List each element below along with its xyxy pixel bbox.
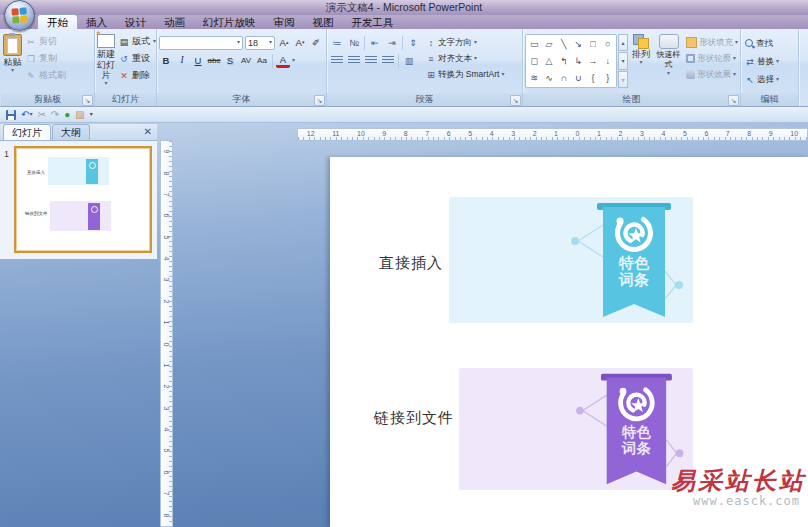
arrange-button[interactable]: 排列 ▾ bbox=[629, 31, 653, 93]
thumb-item-label: 直接插入 bbox=[27, 169, 45, 174]
shape-item[interactable]: } bbox=[600, 70, 615, 86]
save-button[interactable] bbox=[6, 108, 16, 121]
format-painter-button[interactable]: ✎ 格式刷 bbox=[24, 68, 68, 83]
slide-thumbnail[interactable]: 直接插入 链接到文件 bbox=[14, 146, 152, 253]
shape-item[interactable]: ↳ bbox=[571, 53, 586, 69]
character-spacing-button[interactable]: AV bbox=[239, 53, 253, 68]
align-right-button[interactable] bbox=[363, 53, 379, 68]
save-icon bbox=[6, 110, 16, 120]
italic-button[interactable]: I bbox=[175, 53, 189, 68]
shape-item[interactable]: ∿ bbox=[542, 70, 557, 86]
promo-image-link-to-file[interactable]: 特色 词条 bbox=[459, 368, 693, 490]
close-panel-icon[interactable]: ✕ bbox=[144, 127, 152, 137]
drawing-dialog-launcher[interactable]: ↘ bbox=[728, 95, 739, 106]
font-name-combo[interactable]: ▾ bbox=[159, 36, 243, 50]
undo-button[interactable]: ↶▾ bbox=[21, 108, 32, 121]
shape-item[interactable]: → bbox=[586, 53, 601, 69]
bullets-button[interactable]: ≔ bbox=[329, 35, 345, 50]
ruler-number: 6 bbox=[447, 129, 451, 138]
text-direction-button[interactable]: ↕ 文字方向 ▾ bbox=[426, 35, 504, 50]
redo-button[interactable]: ↷ bbox=[51, 108, 59, 121]
strikethrough-button[interactable]: abc bbox=[207, 53, 221, 68]
new-slide-button[interactable]: 新建 幻灯片 ▾ bbox=[97, 31, 115, 93]
reset-button[interactable]: ↺ 重设 bbox=[117, 51, 156, 66]
grow-font-button[interactable]: A▴ bbox=[277, 35, 291, 50]
increase-indent-button[interactable]: ⇥ bbox=[384, 35, 400, 50]
justify-button[interactable] bbox=[380, 53, 396, 68]
shapes-gallery-more-button[interactable]: ▿ bbox=[618, 71, 628, 88]
align-text-button[interactable]: ≡ 对齐文本 ▾ bbox=[426, 51, 504, 66]
shape-effects-button[interactable]: 形状效果 ▾ bbox=[686, 67, 738, 82]
paste-button[interactable]: 粘贴 ▾ bbox=[3, 31, 22, 93]
numbering-button[interactable]: № bbox=[346, 35, 362, 50]
package-button[interactable]: ▨ bbox=[75, 108, 84, 121]
line-spacing-button[interactable]: ⇕ bbox=[405, 35, 421, 50]
tab-slides[interactable]: 幻灯片 bbox=[3, 124, 51, 140]
arrange-icon bbox=[633, 34, 649, 48]
shape-item[interactable]: ○ bbox=[600, 36, 615, 52]
increase-indent-icon: ⇥ bbox=[388, 38, 396, 48]
decrease-indent-button[interactable]: ⇤ bbox=[367, 35, 383, 50]
title-bar: 演示文稿4 - Microsoft PowerPoint bbox=[0, 0, 808, 15]
shape-item[interactable]: ╲ bbox=[556, 36, 571, 52]
replace-button[interactable]: ⇄ 替换 ▾ bbox=[745, 54, 779, 69]
cut-button[interactable]: ✂ 剪切 bbox=[24, 34, 68, 49]
font-size-combo[interactable]: 18 ▾ bbox=[245, 36, 275, 50]
ribbon-tab[interactable]: 幻灯片放映 bbox=[194, 15, 265, 29]
shape-item[interactable]: ≋ bbox=[527, 70, 542, 86]
align-center-button[interactable] bbox=[346, 53, 362, 68]
copy-button[interactable]: ❐ 复制 bbox=[24, 51, 68, 66]
font-dialog-launcher[interactable]: ↘ bbox=[314, 95, 325, 106]
shapes-scroll-up-button[interactable]: ▴ bbox=[618, 34, 628, 51]
align-left-button[interactable] bbox=[329, 53, 345, 68]
promo-image-direct-insert[interactable]: 特色 词条 bbox=[449, 197, 693, 323]
ribbon-tab[interactable]: 审阅 bbox=[265, 15, 304, 29]
ribbon-tab[interactable]: 插入 bbox=[77, 15, 116, 29]
select-button[interactable]: ↖ 选择 ▾ bbox=[745, 72, 779, 87]
shape-item[interactable]: ◻ bbox=[527, 53, 542, 69]
publish-button[interactable]: ● bbox=[64, 108, 70, 121]
shape-item[interactable]: { bbox=[586, 70, 601, 86]
shape-item[interactable]: ↰ bbox=[556, 53, 571, 69]
shape-item[interactable]: ↓ bbox=[600, 53, 615, 69]
customize-qat-button[interactable]: ▾ bbox=[90, 108, 93, 121]
item-label-direct-insert[interactable]: 直接插入 bbox=[379, 254, 443, 273]
office-button[interactable] bbox=[4, 0, 35, 31]
shape-item[interactable]: ▭ bbox=[527, 36, 542, 52]
ribbon-tab[interactable]: 设计 bbox=[116, 15, 155, 29]
change-case-button[interactable]: Aa bbox=[255, 53, 269, 68]
ribbon-tab[interactable]: 视图 bbox=[304, 15, 343, 29]
cut-quick-button[interactable]: ✂ bbox=[37, 108, 45, 121]
shape-item[interactable]: △ bbox=[542, 53, 557, 69]
paragraph-dialog-launcher[interactable]: ↘ bbox=[510, 95, 521, 106]
shape-item[interactable]: ↘ bbox=[571, 36, 586, 52]
shrink-font-button[interactable]: A▾ bbox=[293, 35, 307, 50]
shape-item[interactable]: □ bbox=[586, 36, 601, 52]
delete-slide-button[interactable]: ✕ 删除 bbox=[117, 68, 156, 83]
underline-button[interactable]: U bbox=[191, 53, 205, 68]
shape-item[interactable]: ▱ bbox=[542, 36, 557, 52]
ruler-number: 7 bbox=[163, 492, 170, 496]
columns-button[interactable]: ▥ bbox=[401, 53, 417, 68]
layout-button[interactable]: ▤ 版式 ▾ bbox=[117, 34, 156, 49]
item-label-link-to-file[interactable]: 链接到文件 bbox=[374, 409, 454, 428]
shape-item[interactable]: ∩ bbox=[556, 70, 571, 86]
clear-formatting-button[interactable]: ✐ bbox=[309, 35, 323, 50]
tab-outline[interactable]: 大纲 bbox=[52, 124, 90, 140]
convert-smartart-button[interactable]: ⊞ 转换为 SmartArt ▾ bbox=[426, 67, 504, 82]
shape-fill-button[interactable]: 形状填充 ▾ bbox=[686, 35, 738, 50]
clipboard-dialog-launcher[interactable]: ↘ bbox=[82, 95, 93, 106]
shape-outline-button[interactable]: 形状轮廓 ▾ bbox=[686, 51, 738, 66]
font-color-button[interactable]: A bbox=[276, 53, 290, 68]
ribbon-tab[interactable]: 开发工具 bbox=[343, 15, 403, 29]
shapes-scroll-down-button[interactable]: ▾ bbox=[618, 52, 628, 69]
ruler-number: 7 bbox=[726, 129, 730, 138]
ruler-number: 1 bbox=[163, 363, 170, 367]
shape-item[interactable]: ∪ bbox=[571, 70, 586, 86]
ribbon-tab[interactable]: 开始 bbox=[38, 15, 77, 29]
text-shadow-button[interactable]: S bbox=[223, 53, 237, 68]
bold-button[interactable]: B bbox=[159, 53, 173, 68]
quick-styles-button[interactable]: 快速样式 ▾ bbox=[654, 31, 683, 93]
ribbon-tab[interactable]: 动画 bbox=[155, 15, 194, 29]
find-button[interactable]: 查找 bbox=[745, 36, 779, 51]
